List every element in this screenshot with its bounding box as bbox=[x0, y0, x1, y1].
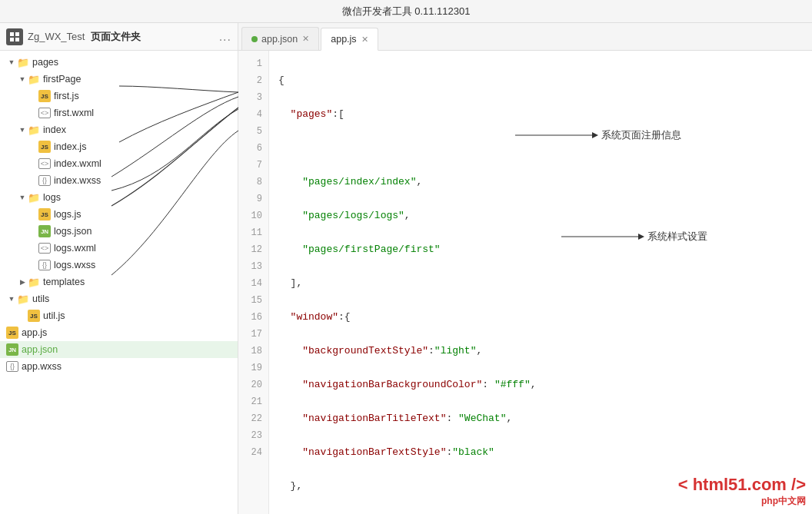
grid-icon bbox=[9, 32, 20, 42]
code-content[interactable]: { "pages":[ "pages/index/index", "pages/… bbox=[269, 51, 812, 514]
folder-icon-pages: 📁 bbox=[17, 56, 29, 68]
code-line-11: "navigationBarTitleText": "WeChat", bbox=[278, 410, 803, 427]
tree-item-app-json[interactable]: JN app.json bbox=[0, 341, 238, 358]
code-line-7: ], bbox=[278, 275, 803, 292]
tree-item-templates[interactable]: 📁 templates bbox=[0, 274, 238, 290]
tab-bar: app.json ✕ app.js ✕ bbox=[238, 23, 812, 51]
wxss-icon-index: {} bbox=[38, 174, 51, 187]
project-name: Zg_WX_Test bbox=[28, 31, 85, 42]
wxss-icon-app: {} bbox=[6, 360, 18, 373]
tree-label-util-js: util.js bbox=[43, 310, 65, 321]
expand-arrow-logs bbox=[17, 194, 28, 201]
svg-rect-3 bbox=[15, 38, 19, 41]
wxml-icon-first: <> bbox=[38, 107, 51, 119]
code-line-13: }, bbox=[278, 478, 803, 495]
code-line-8: "window":{ bbox=[278, 309, 803, 326]
tree-label-index-wxml: index.wxml bbox=[54, 158, 102, 169]
expand-arrow-utils bbox=[6, 295, 17, 303]
tree-label-index-wxss: index.wxss bbox=[54, 175, 101, 186]
folder-icon-firstpage: 📁 bbox=[28, 73, 40, 85]
sidebar-menu-button[interactable]: ... bbox=[219, 30, 231, 44]
title-bar: 微信开发者工具 0.11.112301 bbox=[0, 0, 812, 23]
folder-icon-utils: 📁 bbox=[17, 293, 29, 305]
tree-label-pages: pages bbox=[32, 57, 58, 68]
sidebar: Zg_WX_Test 页面文件夹 ... 📁 pages 📁 firstPage bbox=[0, 23, 238, 514]
code-line-9: "backgroundTextStyle":"light", bbox=[278, 343, 803, 360]
folder-icon-templates: 📁 bbox=[28, 276, 40, 288]
tree-label-index-js: index.js bbox=[54, 141, 86, 152]
tab-close-app-json[interactable]: ✕ bbox=[302, 34, 309, 44]
code-line-4: "pages/index/index", bbox=[278, 174, 803, 191]
js-icon-logs: JS bbox=[38, 208, 51, 221]
tree-label-logs-wxml: logs.wxml bbox=[54, 243, 96, 254]
tree-item-firstpage[interactable]: 📁 firstPage bbox=[0, 71, 238, 88]
app-window: 微信开发者工具 0.11.112301 Zg_WX_Test 页面文件夹 ... bbox=[0, 0, 812, 514]
folder-label: 页面文件夹 bbox=[91, 30, 218, 44]
main-layout: Zg_WX_Test 页面文件夹 ... 📁 pages 📁 firstPage bbox=[0, 23, 812, 514]
tree-item-first-js[interactable]: JS first.js bbox=[0, 88, 238, 104]
expand-arrow-index bbox=[17, 126, 28, 134]
tab-indicator-app-json bbox=[251, 36, 258, 42]
tree-item-app-wxss[interactable]: {} app.wxss bbox=[0, 358, 238, 375]
json-icon-logs: JN bbox=[38, 225, 51, 237]
json-icon-app: JN bbox=[6, 343, 18, 356]
js-icon-index: JS bbox=[38, 141, 51, 153]
tree-label-templates: templates bbox=[43, 277, 85, 287]
tree-label-first-wxml: first.wxml bbox=[54, 108, 94, 118]
svg-rect-2 bbox=[10, 38, 14, 41]
tab-label-app-json: app.json bbox=[261, 34, 298, 45]
tree-item-pages[interactable]: 📁 pages bbox=[0, 54, 238, 71]
code-line-6: "pages/firstPage/first" bbox=[278, 241, 803, 258]
app-icon bbox=[6, 28, 23, 45]
js-icon-util: JS bbox=[28, 310, 40, 322]
tree-item-util-js[interactable]: JS util.js bbox=[0, 307, 238, 324]
tree-item-utils[interactable]: 📁 utils bbox=[0, 290, 238, 307]
code-line-12: "navigationBarTextStyle":"black" bbox=[278, 444, 803, 461]
file-tree: 📁 pages 📁 firstPage JS first.js <> f bbox=[0, 51, 238, 514]
code-line-10: "navigationBarBackgroundColor": "#fff", bbox=[278, 376, 803, 393]
tree-label-app-wxss: app.wxss bbox=[22, 361, 62, 372]
code-line-3 bbox=[278, 140, 803, 157]
tree-item-logs[interactable]: 📁 logs bbox=[0, 189, 238, 206]
tab-label-app-js: app.js bbox=[331, 34, 356, 45]
tree-item-app-js[interactable]: JS app.js bbox=[0, 324, 238, 341]
code-line-2: "pages":[ bbox=[278, 106, 803, 123]
tree-label-first-js: first.js bbox=[54, 91, 79, 101]
expand-arrow-templates bbox=[17, 278, 28, 286]
tree-item-index[interactable]: 📁 index bbox=[0, 121, 238, 138]
editor-area: app.json ✕ app.js ✕ 12345 678910 1112131… bbox=[238, 23, 812, 514]
tree-item-logs-js[interactable]: JS logs.js bbox=[0, 206, 238, 223]
tree-item-logs-wxss[interactable]: {} logs.wxss bbox=[0, 257, 238, 274]
tab-close-app-js[interactable]: ✕ bbox=[361, 35, 368, 45]
folder-icon-index: 📁 bbox=[28, 124, 40, 136]
tree-label-logs-js: logs.js bbox=[54, 209, 81, 220]
sidebar-header: Zg_WX_Test 页面文件夹 ... bbox=[0, 23, 238, 51]
tree-item-first-wxml[interactable]: <> first.wxml bbox=[0, 104, 238, 121]
tree-label-index: index bbox=[43, 124, 66, 135]
expand-arrow-pages bbox=[6, 58, 17, 66]
tree-label-app-js: app.js bbox=[22, 327, 47, 338]
tree-item-index-wxml[interactable]: <> index.wxml bbox=[0, 155, 238, 172]
tree-label-logs: logs bbox=[43, 192, 61, 203]
tree-item-logs-wxml[interactable]: <> logs.wxml bbox=[0, 240, 238, 257]
svg-rect-1 bbox=[15, 32, 19, 36]
tree-item-index-wxss[interactable]: {} index.wxss bbox=[0, 172, 238, 189]
code-editor[interactable]: 12345 678910 1112131415 1617181920 21222… bbox=[238, 51, 812, 514]
code-line-1: { bbox=[278, 72, 803, 89]
svg-rect-0 bbox=[10, 32, 14, 36]
js-icon-first: JS bbox=[38, 90, 51, 102]
tree-label-firstpage: firstPage bbox=[43, 74, 81, 85]
tree-item-logs-json[interactable]: JN logs.json bbox=[0, 223, 238, 240]
tab-app-js[interactable]: app.js ✕ bbox=[321, 28, 378, 51]
line-numbers: 12345 678910 1112131415 1617181920 21222… bbox=[238, 51, 269, 514]
folder-icon-logs: 📁 bbox=[28, 191, 40, 204]
title-text: 微信开发者工具 0.11.112301 bbox=[342, 5, 471, 18]
tree-label-logs-wxss: logs.wxss bbox=[54, 260, 95, 270]
tree-item-index-js[interactable]: JS index.js bbox=[0, 138, 238, 155]
tree-label-app-json: app.json bbox=[22, 344, 58, 355]
wxml-icon-logs: <> bbox=[38, 242, 51, 254]
expand-arrow-firstpage bbox=[17, 75, 28, 83]
code-line-5: "pages/logs/logs", bbox=[278, 207, 803, 224]
tree-label-utils: utils bbox=[32, 293, 49, 304]
tab-app-json[interactable]: app.json ✕ bbox=[241, 27, 319, 50]
